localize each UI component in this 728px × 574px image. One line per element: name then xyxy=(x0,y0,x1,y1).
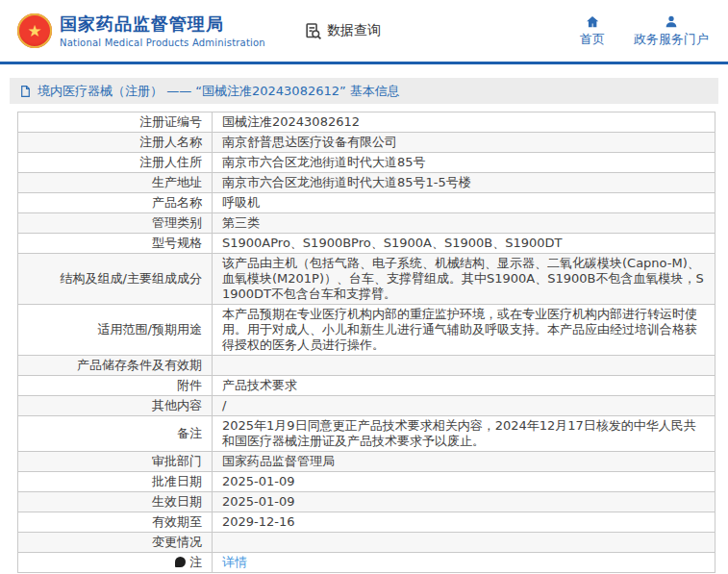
data-query-label: 数据查询 xyxy=(327,22,381,39)
row-label-text: 适用范围/预期用途 xyxy=(98,322,202,337)
row-label-text: 注 xyxy=(189,555,202,569)
table-row: 产品名称呼吸机 xyxy=(18,193,715,213)
header-divider xyxy=(0,62,728,64)
row-value xyxy=(213,356,715,376)
breadcrumb: 境内医疗器械（注册） —— “国械注准20243082612” 基本信息 xyxy=(10,78,718,104)
table-row: 注册人住所南京市六合区龙池街道时代大道85号 xyxy=(18,153,715,173)
national-emblem-icon: ★ xyxy=(17,13,52,48)
row-label: 管理类别 xyxy=(18,213,213,234)
row-value: 第三类 xyxy=(213,213,715,234)
row-label-text: 产品名称 xyxy=(152,195,202,210)
row-value: / xyxy=(213,396,715,416)
document-icon xyxy=(19,85,32,98)
table-row: 管理类别第三类 xyxy=(18,213,715,234)
row-label-text: 审批部门 xyxy=(152,454,202,468)
row-value: 南京舒普思达医疗设备有限公司 xyxy=(213,133,715,153)
row-label: 注册证编号 xyxy=(18,112,213,133)
table-row: 注册人名称南京舒普思达医疗设备有限公司 xyxy=(18,133,715,153)
row-label: 附件 xyxy=(18,376,213,396)
table-row: 审批部门国家药品监督管理局 xyxy=(18,452,715,472)
row-value: 产品技术要求 xyxy=(213,376,715,396)
row-label-text: 生效日期 xyxy=(152,494,202,509)
site-subtitle: National Medical Products Administration xyxy=(60,37,265,48)
row-label: 生效日期 xyxy=(18,492,213,512)
row-label-text: 注册人住所 xyxy=(139,155,202,169)
table-row: 变更情况 xyxy=(18,533,715,553)
nav-home[interactable]: 首页 xyxy=(580,14,605,47)
row-label-text: 产品储存条件及有效期 xyxy=(77,358,202,372)
row-value xyxy=(213,533,715,553)
row-label-text: 批准日期 xyxy=(152,474,202,488)
row-label-text: 注册人名称 xyxy=(139,135,202,149)
row-label-text: 变更情况 xyxy=(152,535,202,549)
row-value: 呼吸机 xyxy=(213,193,715,213)
row-label: 其他内容 xyxy=(18,396,213,416)
nav-home-label: 首页 xyxy=(580,32,605,47)
row-label: 变更情况 xyxy=(18,533,213,553)
row-label-text: 生产地址 xyxy=(152,175,202,189)
row-label: 有效期至 xyxy=(18,512,213,533)
row-value: 南京市六合区龙池街道时代大道85号 xyxy=(213,153,715,173)
row-label-text: 管理类别 xyxy=(152,215,202,230)
row-label-text: 附件 xyxy=(177,378,202,392)
row-label: 结构及组成/主要组成成分 xyxy=(18,254,213,305)
row-value: 2025-01-09 xyxy=(213,492,715,512)
top-nav: 首页 政务服务门户 xyxy=(580,14,715,47)
nav-gov-portal-label: 政务服务门户 xyxy=(634,32,709,47)
table-row: 生效日期2025-01-09 xyxy=(18,492,715,512)
detail-link[interactable]: 详情 xyxy=(222,555,247,569)
row-label: 适用范围/预期用途 xyxy=(18,305,213,356)
table-row: 附件产品技术要求 xyxy=(18,376,715,396)
table-row: 适用范围/预期用途本产品预期在专业医疗机构内部的重症监护环境，或在专业医疗机构内… xyxy=(18,305,715,356)
site-title: 国家药品监督管理局 xyxy=(60,13,265,36)
site-header: ★ 国家药品监督管理局 National Medical Products Ad… xyxy=(0,0,728,62)
row-label: 注册人名称 xyxy=(18,133,213,153)
row-value: 2029-12-16 xyxy=(213,512,715,533)
table-row: 结构及组成/主要组成成分该产品由主机（包括气路、电子系统、机械结构、显示器、二氧… xyxy=(18,254,715,305)
row-value: S1900APro、S1900BPro、S1900A、S1900B、S1900D… xyxy=(213,234,715,254)
brand-logo[interactable]: ★ 国家药品监督管理局 National Medical Products Ad… xyxy=(17,13,265,48)
row-label: 批准日期 xyxy=(18,472,213,492)
row-label-text: 结构及组成/主要组成成分 xyxy=(61,271,202,286)
breadcrumb-text: 境内医疗器械（注册） —— “国械注准20243082612” 基本信息 xyxy=(38,83,400,100)
table-row: 有效期至2029-12-16 xyxy=(18,512,715,533)
row-label: 产品名称 xyxy=(18,193,213,213)
row-value: 南京市六合区龙池街道时代大道85号1-5号楼 xyxy=(213,173,715,193)
registration-info-table: 注册证编号国械注准20243082612注册人名称南京舒普思达医疗设备有限公司注… xyxy=(17,112,715,573)
table-row: 注详情 xyxy=(18,553,715,573)
row-label-text: 其他内容 xyxy=(152,398,202,412)
row-label-text: 有效期至 xyxy=(152,514,202,529)
row-value: 国械注准20243082612 xyxy=(213,112,715,133)
row-label-text: 备注 xyxy=(177,426,202,440)
table-row: 其他内容/ xyxy=(18,396,715,416)
nav-gov-portal[interactable]: 政务服务门户 xyxy=(634,14,709,47)
data-query-button[interactable]: 数据查询 xyxy=(304,22,381,40)
table-row: 生产地址南京市六合区龙池街道时代大道85号1-5号楼 xyxy=(18,173,715,193)
row-value: 该产品由主机（包括气路、电子系统、机械结构、显示器、二氧化碳模块(Capno-M… xyxy=(213,254,715,305)
row-label: 型号规格 xyxy=(18,234,213,254)
row-value: 国家药品监督管理局 xyxy=(213,452,715,472)
table-row: 产品储存条件及有效期 xyxy=(18,356,715,376)
row-value: 本产品预期在专业医疗机构内部的重症监护环境，或在专业医疗机构内部进行转运时使用。… xyxy=(213,305,715,356)
content-area: 注册证编号国械注准20243082612注册人名称南京舒普思达医疗设备有限公司注… xyxy=(17,112,715,573)
user-icon xyxy=(664,14,679,29)
table-row: 备注2025年1月9日同意更正产品技术要求相关内容，2024年12月17日核发的… xyxy=(18,416,715,452)
row-value: 2025年1月9日同意更正产品技术要求相关内容，2024年12月17日核发的中华… xyxy=(213,416,715,452)
row-label: 备注 xyxy=(18,416,213,452)
doc-search-icon xyxy=(304,22,322,40)
home-icon xyxy=(585,14,600,29)
table-row: 型号规格S1900APro、S1900BPro、S1900A、S1900B、S1… xyxy=(18,234,715,254)
row-label: 注 xyxy=(18,553,213,573)
row-label: 生产地址 xyxy=(18,173,213,193)
row-label-text: 注册证编号 xyxy=(139,114,202,129)
table-row: 注册证编号国械注准20243082612 xyxy=(18,112,715,133)
row-value: 详情 xyxy=(213,553,715,573)
row-label: 审批部门 xyxy=(18,452,213,472)
row-label: 产品储存条件及有效期 xyxy=(18,356,213,376)
row-value: 2025-01-09 xyxy=(213,472,715,492)
note-icon xyxy=(175,557,186,567)
row-label: 注册人住所 xyxy=(18,153,213,173)
row-label-text: 型号规格 xyxy=(152,236,202,250)
table-row: 批准日期2025-01-09 xyxy=(18,472,715,492)
